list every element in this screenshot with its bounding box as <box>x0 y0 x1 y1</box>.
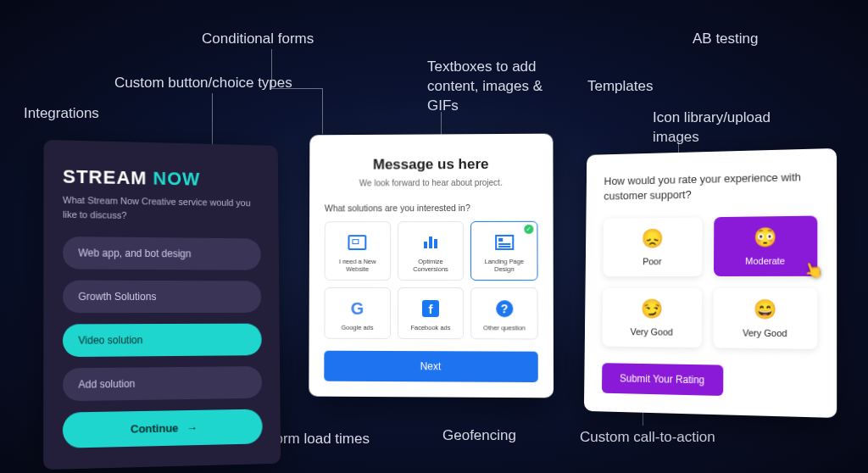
option-web-app[interactable]: Web app, and bot design <box>63 236 261 270</box>
feature-integrations: Integrations <box>24 105 99 122</box>
feature-templates: Templates <box>587 78 653 95</box>
leader-line <box>271 49 272 88</box>
feature-geofencing: Geofencing <box>442 427 516 444</box>
rating-label: Poor <box>643 257 662 267</box>
submit-rating-button[interactable]: Submit Your Rating <box>602 364 723 397</box>
solution-landing-page[interactable]: Landing Page Design <box>470 221 537 281</box>
solution-grid: I need a New Website Optimize Conversion… <box>324 221 537 340</box>
feature-textboxes: Textboxes to add content, images & GIFs <box>427 58 563 116</box>
message-title: Message us here <box>325 156 537 174</box>
chart-icon <box>402 231 460 254</box>
landingpage-icon <box>475 231 533 254</box>
rating-label: Moderate <box>745 256 785 266</box>
solution-label: Landing Page Design <box>475 258 533 273</box>
rating-very-good-2[interactable]: 😄 Very Good <box>714 288 818 349</box>
leader-line <box>322 88 323 134</box>
rating-poor[interactable]: 😞 Poor <box>603 218 702 277</box>
rating-very-good-1[interactable]: 😏 Very Good <box>603 288 702 348</box>
solution-facebook-ads[interactable]: f Facebook ads <box>398 287 465 339</box>
flushed-face-icon: 😳 <box>721 226 810 249</box>
solution-label: Other question <box>475 324 533 331</box>
google-icon: G <box>328 297 386 320</box>
rating-label: Very Good <box>743 328 787 339</box>
sad-face-icon: 😞 <box>609 228 695 251</box>
rating-question: How would you rate your experience with … <box>604 170 817 204</box>
stream-title: STREAM NOW <box>63 166 260 192</box>
option-growth[interactable]: Growth Solutions <box>63 281 261 314</box>
solution-label: Facebook ads <box>402 324 460 331</box>
feature-ab-testing: AB testing <box>693 31 759 47</box>
leader-line <box>271 88 322 89</box>
message-subtitle: We look forward to hear about project. <box>325 178 537 188</box>
solution-other[interactable]: ? Other question <box>470 287 537 340</box>
message-card: Message us here We look forward to hear … <box>309 134 554 398</box>
feature-icon-library: Icon library/upload images <box>653 109 805 147</box>
feature-custom-cta: Custom call-to-action <box>580 429 715 446</box>
solution-label: Google ads <box>328 324 386 331</box>
rating-card: How would you rate your experience with … <box>584 148 837 419</box>
solution-label: Optimize Conversions <box>402 258 460 273</box>
solution-label: I need a New Website <box>329 258 387 273</box>
smirk-face-icon: 😏 <box>609 298 695 320</box>
facebook-icon: f <box>402 297 460 320</box>
stream-title-b: NOW <box>153 168 200 190</box>
option-add[interactable]: Add solution <box>63 366 262 401</box>
solution-optimize[interactable]: Optimize Conversions <box>398 221 465 281</box>
solution-new-website[interactable]: I need a New Website <box>325 221 391 281</box>
message-question: What solutions are you interested in? <box>325 203 538 214</box>
happy-face-icon: 😄 <box>721 298 810 321</box>
stream-now-card: STREAM NOW What Stream Now Creative serv… <box>43 140 281 470</box>
arrow-right-icon: → <box>186 421 198 434</box>
feature-custom-button: Custom button/choice types <box>114 75 292 92</box>
question-icon: ? <box>475 297 533 320</box>
stream-subtitle: What Stream Now Creative service would y… <box>63 193 260 224</box>
website-icon <box>329 231 387 254</box>
solution-google-ads[interactable]: G Google ads <box>324 287 390 339</box>
feature-conditional-forms: Conditional forms <box>202 31 314 47</box>
stream-title-a: STREAM <box>63 166 147 189</box>
rating-label: Very Good <box>631 327 673 337</box>
next-button[interactable]: Next <box>324 351 538 382</box>
cursor-pointer-icon: 👆 <box>801 259 826 283</box>
continue-button[interactable]: Continue → <box>63 409 263 448</box>
rating-grid: 😞 Poor 😳 Moderate 👆 😏 Very Good 😄 Very G… <box>603 216 818 349</box>
rating-moderate[interactable]: 😳 Moderate 👆 <box>714 216 817 276</box>
option-video[interactable]: Video solution <box>63 324 262 357</box>
continue-label: Continue <box>131 421 178 435</box>
